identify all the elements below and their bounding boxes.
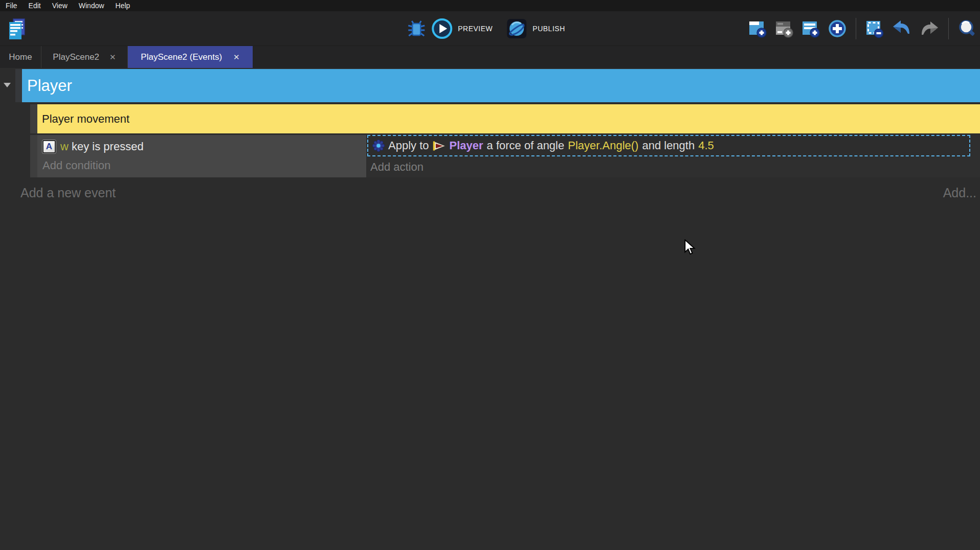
- event-group-row: Player: [15, 69, 980, 102]
- debug-icon[interactable]: [407, 19, 426, 38]
- action-text-apply-to: Apply to: [388, 139, 429, 152]
- tab-label: PlayScene2 (Events): [141, 52, 222, 62]
- comment-drag-handle[interactable]: [30, 104, 37, 133]
- preview-button[interactable]: PREVIEW: [458, 25, 493, 33]
- condition-item[interactable]: A w key is pressed: [42, 139, 366, 154]
- toolbar-center-group: PREVIEW PUBLISH: [407, 11, 573, 46]
- tab-label: Home: [9, 52, 32, 62]
- conditions-column: A w key is pressed Add condition: [37, 135, 366, 177]
- add-comment-icon[interactable]: [801, 19, 820, 38]
- add-action-button[interactable]: Add action: [370, 161, 424, 174]
- add-event-icon[interactable]: [748, 19, 767, 38]
- redo-icon[interactable]: [919, 19, 940, 38]
- undo-icon[interactable]: [892, 19, 912, 38]
- standard-event-row: A w key is pressed Add condition: [30, 135, 980, 177]
- menu-edit[interactable]: Edit: [23, 0, 47, 11]
- publish-button[interactable]: PUBLISH: [532, 25, 565, 33]
- group-drag-handle[interactable]: [15, 69, 22, 102]
- tab-bar: Home PlayScene2 ✕ PlayScene2 (Events) ✕: [0, 46, 980, 68]
- main-toolbar: PREVIEW PUBLISH: [0, 11, 980, 46]
- action-item-selected[interactable]: Apply to Player a force of angle Player.…: [367, 135, 970, 156]
- search-icon[interactable]: [957, 19, 977, 38]
- comment-event[interactable]: Player movement: [37, 104, 980, 133]
- actions-column: Apply to Player a force of angle Player.…: [366, 135, 980, 177]
- add-subevent-icon[interactable]: [774, 19, 794, 38]
- add-more-button[interactable]: Add...: [943, 186, 976, 200]
- tab-home[interactable]: Home: [0, 46, 41, 68]
- tab-playscene2-events[interactable]: PlayScene2 (Events) ✕: [128, 46, 253, 68]
- collapse-group-icon[interactable]: [4, 83, 11, 87]
- add-new-event-button[interactable]: Add a new event: [20, 186, 116, 200]
- toolbar-separator: [856, 18, 856, 39]
- action-object-name: Player: [450, 139, 483, 152]
- event-drag-handle[interactable]: [30, 135, 37, 177]
- gdevelop-window: File Edit View Window Help: [0, 0, 980, 550]
- publish-globe-icon[interactable]: [506, 18, 527, 39]
- menu-bar: File Edit View Window Help: [0, 0, 980, 11]
- condition-key-param: w: [60, 140, 69, 153]
- tab-playscene2[interactable]: PlayScene2 ✕: [41, 46, 127, 68]
- close-icon[interactable]: ✕: [109, 53, 116, 61]
- group-title: Player: [27, 77, 72, 95]
- menu-view[interactable]: View: [47, 0, 73, 11]
- force-icon: [372, 140, 385, 152]
- close-icon[interactable]: ✕: [233, 53, 240, 61]
- menu-help[interactable]: Help: [110, 0, 136, 11]
- add-circle-icon[interactable]: [828, 19, 847, 38]
- keyboard-key-icon: A: [42, 140, 56, 153]
- menu-window[interactable]: Window: [73, 0, 110, 11]
- tab-label: PlayScene2: [53, 52, 99, 62]
- action-text-length: and length: [642, 139, 695, 152]
- comment-row: Player movement: [30, 104, 980, 133]
- project-manager-icon[interactable]: [8, 17, 26, 41]
- condition-text: w key is pressed: [60, 140, 144, 153]
- player-object-icon: [433, 141, 446, 151]
- delete-selection-icon[interactable]: [865, 19, 884, 38]
- menu-file[interactable]: File: [0, 0, 23, 11]
- comment-text: Player movement: [42, 112, 129, 126]
- play-icon[interactable]: [431, 18, 453, 39]
- action-angle-expression: Player.Angle(): [568, 139, 638, 152]
- toolbar-right-group: [748, 11, 977, 46]
- action-length-value: 4.5: [698, 139, 714, 152]
- group-header[interactable]: Player: [22, 69, 980, 102]
- action-text-middle: a force of angle: [487, 139, 565, 152]
- toolbar-separator: [948, 18, 949, 39]
- events-sheet: Player Player movement A w key is presse…: [0, 68, 980, 550]
- add-condition-button[interactable]: Add condition: [42, 159, 366, 172]
